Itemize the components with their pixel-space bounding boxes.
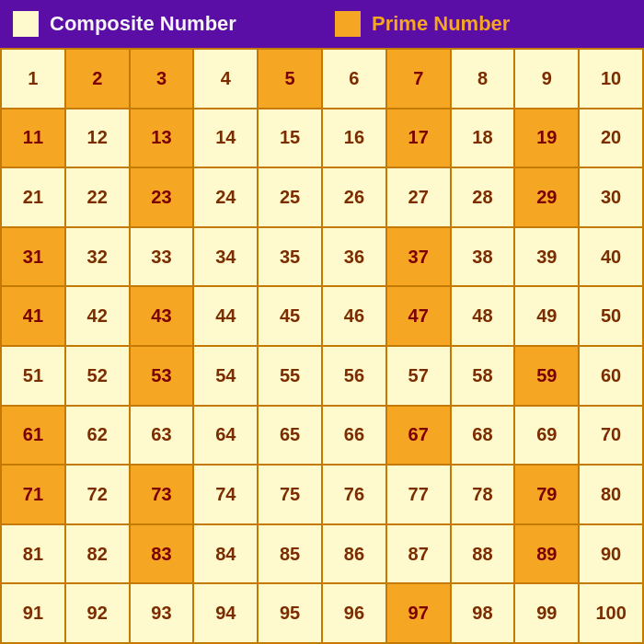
cell-40: 40 [580, 228, 644, 288]
cell-55: 55 [259, 347, 323, 407]
cell-71: 71 [2, 466, 66, 525]
cell-14: 14 [194, 109, 259, 169]
cell-46: 46 [323, 287, 387, 347]
cell-56: 56 [323, 347, 387, 407]
cell-57: 57 [387, 347, 452, 407]
cell-50: 50 [580, 287, 644, 347]
cell-81: 81 [2, 525, 66, 585]
cell-80: 80 [580, 466, 644, 525]
cell-24: 24 [194, 168, 259, 228]
cell-15: 15 [259, 109, 323, 169]
cell-98: 98 [452, 584, 516, 644]
cell-54: 54 [194, 347, 259, 407]
cell-11: 11 [2, 109, 66, 169]
cell-62: 62 [66, 407, 131, 466]
cell-36: 36 [323, 228, 387, 288]
cell-30: 30 [580, 168, 644, 228]
cell-23: 23 [131, 168, 195, 228]
cell-31: 31 [2, 228, 66, 288]
cell-28: 28 [452, 168, 516, 228]
cell-3: 3 [131, 50, 195, 109]
cell-51: 51 [2, 347, 66, 407]
cell-52: 52 [66, 347, 131, 407]
cell-7: 7 [387, 50, 452, 109]
cell-12: 12 [66, 109, 131, 169]
cell-85: 85 [259, 525, 323, 585]
composite-swatch [11, 9, 40, 39]
cell-79: 79 [515, 466, 580, 525]
cell-19: 19 [515, 109, 580, 169]
page-wrapper: Composite Number Prime Number 1234567891… [0, 0, 644, 644]
cell-45: 45 [259, 287, 323, 347]
cell-72: 72 [66, 466, 131, 525]
cell-91: 91 [2, 584, 66, 644]
legend-prime: Prime Number [322, 9, 644, 39]
cell-67: 67 [387, 407, 452, 466]
cell-49: 49 [515, 287, 580, 347]
cell-26: 26 [323, 168, 387, 228]
legend-composite: Composite Number [0, 9, 322, 39]
cell-16: 16 [323, 109, 387, 169]
cell-90: 90 [580, 525, 644, 585]
cell-69: 69 [515, 407, 580, 466]
cell-35: 35 [259, 228, 323, 288]
composite-label: Composite Number [50, 12, 236, 36]
cell-73: 73 [131, 466, 195, 525]
cell-94: 94 [194, 584, 259, 644]
cell-8: 8 [452, 50, 516, 109]
cell-86: 86 [323, 525, 387, 585]
cell-58: 58 [452, 347, 516, 407]
cell-17: 17 [387, 109, 452, 169]
cell-100: 100 [580, 584, 644, 644]
cell-44: 44 [194, 287, 259, 347]
cell-38: 38 [452, 228, 516, 288]
cell-99: 99 [515, 584, 580, 644]
cell-95: 95 [259, 584, 323, 644]
cell-89: 89 [515, 525, 580, 585]
cell-41: 41 [2, 287, 66, 347]
cell-60: 60 [580, 347, 644, 407]
cell-34: 34 [194, 228, 259, 288]
cell-63: 63 [131, 407, 195, 466]
cell-9: 9 [515, 50, 580, 109]
cell-4: 4 [194, 50, 259, 109]
cell-75: 75 [259, 466, 323, 525]
cell-18: 18 [452, 109, 516, 169]
cell-42: 42 [66, 287, 131, 347]
cell-61: 61 [2, 407, 66, 466]
cell-76: 76 [323, 466, 387, 525]
number-grid: 1234567891011121314151617181920212223242… [0, 48, 644, 644]
cell-43: 43 [131, 287, 195, 347]
cell-13: 13 [131, 109, 195, 169]
cell-59: 59 [515, 347, 580, 407]
cell-10: 10 [580, 50, 644, 109]
cell-47: 47 [387, 287, 452, 347]
cell-53: 53 [131, 347, 195, 407]
prime-label: Prime Number [372, 12, 510, 36]
cell-97: 97 [387, 584, 452, 644]
cell-87: 87 [387, 525, 452, 585]
cell-68: 68 [452, 407, 516, 466]
cell-39: 39 [515, 228, 580, 288]
cell-92: 92 [66, 584, 131, 644]
cell-2: 2 [66, 50, 131, 109]
cell-22: 22 [66, 168, 131, 228]
cell-70: 70 [580, 407, 644, 466]
cell-83: 83 [131, 525, 195, 585]
cell-37: 37 [387, 228, 452, 288]
cell-88: 88 [452, 525, 516, 585]
cell-48: 48 [452, 287, 516, 347]
cell-77: 77 [387, 466, 452, 525]
cell-27: 27 [387, 168, 452, 228]
cell-82: 82 [66, 525, 131, 585]
cell-6: 6 [323, 50, 387, 109]
cell-96: 96 [323, 584, 387, 644]
cell-84: 84 [194, 525, 259, 585]
prime-swatch [333, 9, 362, 39]
cell-78: 78 [452, 466, 516, 525]
cell-33: 33 [131, 228, 195, 288]
cell-5: 5 [259, 50, 323, 109]
cell-93: 93 [131, 584, 195, 644]
legend: Composite Number Prime Number [0, 0, 644, 48]
cell-20: 20 [580, 109, 644, 169]
